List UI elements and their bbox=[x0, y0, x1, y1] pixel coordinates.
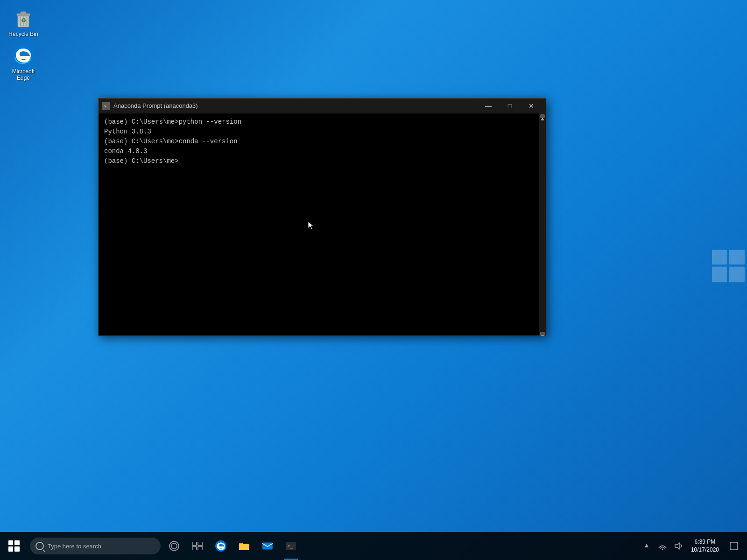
scroll-down-arrow[interactable] bbox=[540, 332, 545, 336]
terminal-line: (base) C:\Users\me>python --version bbox=[104, 117, 534, 127]
terminal-line: (base) C:\Users\me>conda --version bbox=[104, 137, 534, 147]
svg-marker-14 bbox=[541, 118, 544, 120]
recycle-bin-icon[interactable]: ♻ Recycle Bin bbox=[5, 5, 42, 39]
terminal-window-controls: — □ ✕ bbox=[478, 98, 542, 113]
terminal-line: (base) C:\Users\me> bbox=[104, 156, 534, 166]
terminal-line: Python 3.8.3 bbox=[104, 127, 534, 137]
taskbar-apps: >_ bbox=[209, 532, 636, 560]
taskbar-explorer-app[interactable] bbox=[233, 532, 256, 560]
svg-point-32 bbox=[662, 549, 663, 550]
search-icon bbox=[35, 542, 44, 550]
system-tray: 6:39 PM 10/17/2020 bbox=[636, 532, 747, 560]
terminal-minimize-button[interactable]: — bbox=[478, 98, 499, 113]
terminal-window: >_ Anaconda Prompt (anaconda3) — □ ✕ (ba… bbox=[98, 98, 546, 336]
svg-rect-2 bbox=[21, 12, 26, 14]
svg-rect-25 bbox=[192, 546, 197, 550]
svg-text:>_: >_ bbox=[104, 104, 109, 109]
svg-point-21 bbox=[169, 541, 179, 551]
svg-rect-18 bbox=[14, 540, 20, 545]
system-clock[interactable]: 6:39 PM 10/17/2020 bbox=[687, 532, 723, 560]
svg-marker-33 bbox=[675, 543, 680, 549]
taskbar-search[interactable]: Type here to search bbox=[30, 538, 161, 554]
taskbar-edge-app[interactable] bbox=[209, 532, 233, 560]
svg-point-22 bbox=[171, 543, 177, 549]
terminal-title-icon: >_ bbox=[102, 102, 110, 110]
terminal-titlebar: >_ Anaconda Prompt (anaconda3) — □ ✕ bbox=[99, 98, 546, 113]
svg-rect-19 bbox=[8, 546, 13, 552]
windows-logo-widget bbox=[710, 219, 747, 313]
terminal-scrollbar[interactable] bbox=[539, 113, 546, 336]
taskbar-search-placeholder: Type here to search bbox=[48, 543, 101, 550]
edge-image bbox=[12, 44, 35, 66]
recycle-bin-label: Recycle Bin bbox=[8, 31, 38, 37]
svg-rect-23 bbox=[192, 542, 197, 546]
svg-rect-28 bbox=[262, 542, 273, 549]
notification-center-button[interactable] bbox=[725, 532, 743, 560]
task-view-button[interactable] bbox=[186, 532, 209, 560]
taskbar: Type here to search bbox=[0, 532, 747, 560]
svg-rect-17 bbox=[8, 540, 13, 545]
svg-rect-34 bbox=[730, 542, 738, 550]
network-icon[interactable] bbox=[655, 532, 669, 560]
terminal-line: conda 4.8.3 bbox=[104, 147, 534, 156]
edge-desktop-icon[interactable]: Microsoft Edge bbox=[5, 42, 42, 84]
desktop: ♻ Recycle Bin Microsoft Edge bbox=[0, 0, 747, 532]
clock-time: 6:39 PM bbox=[695, 538, 716, 546]
tray-overflow-button[interactable] bbox=[640, 532, 654, 560]
edge-label: Microsoft Edge bbox=[7, 68, 40, 82]
taskbar-mail-app[interactable] bbox=[256, 532, 279, 560]
svg-marker-31 bbox=[645, 544, 648, 547]
svg-text:>_: >_ bbox=[287, 543, 293, 549]
svg-rect-11 bbox=[729, 267, 745, 282]
svg-rect-26 bbox=[198, 546, 203, 550]
volume-icon[interactable] bbox=[671, 532, 685, 560]
svg-rect-24 bbox=[198, 542, 203, 546]
svg-rect-8 bbox=[712, 250, 727, 265]
terminal-title-text: Anaconda Prompt (anaconda3) bbox=[113, 102, 478, 109]
taskbar-terminal-app[interactable]: >_ bbox=[279, 532, 303, 560]
clock-date: 10/17/2020 bbox=[691, 546, 719, 554]
scroll-up-arrow[interactable] bbox=[540, 114, 545, 118]
terminal-maximize-button[interactable]: □ bbox=[499, 98, 521, 113]
start-button[interactable] bbox=[0, 532, 28, 560]
cortana-button[interactable] bbox=[162, 532, 186, 560]
svg-marker-15 bbox=[541, 335, 544, 336]
terminal-close-button[interactable]: ✕ bbox=[521, 98, 542, 113]
svg-rect-10 bbox=[712, 267, 727, 282]
svg-rect-20 bbox=[14, 546, 20, 552]
recycle-bin-image: ♻ bbox=[12, 7, 35, 29]
terminal-body[interactable]: (base) C:\Users\me>python --versionPytho… bbox=[99, 113, 539, 336]
svg-rect-9 bbox=[729, 250, 745, 265]
